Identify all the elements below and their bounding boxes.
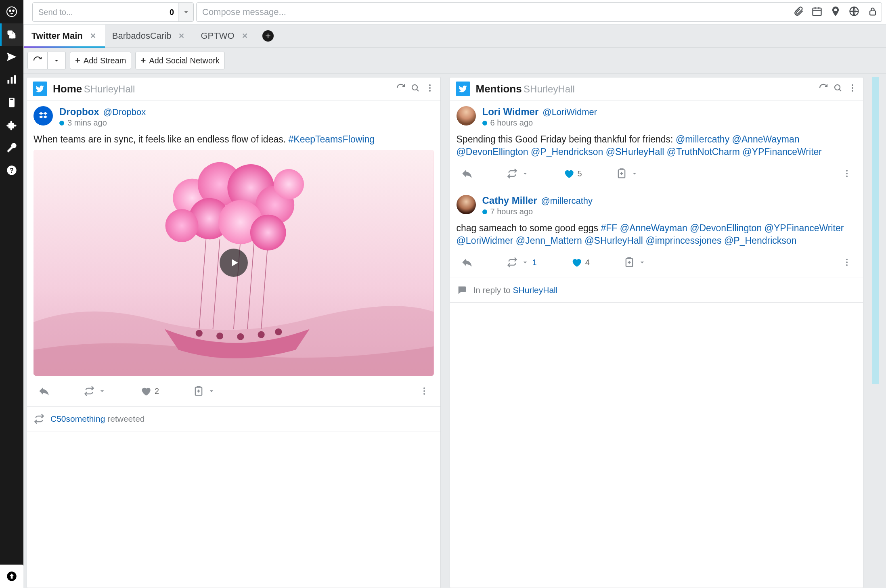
hashtag-link[interactable]: #FF [601,223,618,233]
mention-link[interactable]: @SHurleyHall [584,235,643,246]
retweet-count: 1 [532,258,537,267]
attach-icon[interactable] [793,6,804,19]
like-button[interactable]: 4 [568,255,592,270]
stream-refresh-icon[interactable] [396,83,406,94]
compose-message-input[interactable] [202,7,793,17]
tab-close-icon[interactable]: ✕ [240,31,249,41]
mention-link[interactable]: @AnneWayman [732,134,800,144]
svg-point-48 [846,173,848,174]
mention-link[interactable]: @imprincessjones [645,235,721,246]
stream-title: Home [53,83,82,95]
sidebar-item-streams[interactable] [0,23,23,46]
retweet-button[interactable]: 1 [504,255,539,270]
reply-button[interactable] [459,255,475,270]
like-button[interactable]: 5 [561,166,584,181]
post-author-handle[interactable]: @Dropbox [103,107,146,117]
add-tab-button[interactable] [262,30,274,42]
mention-link[interactable]: @YPFinanceWriter [742,146,822,157]
post-author-name[interactable]: Cathy Miller [482,195,537,206]
send-to-dropdown[interactable] [178,3,193,21]
post-card: Dropbox @Dropbox 3 mins ago When teams [27,100,440,407]
svg-rect-4 [10,34,16,39]
tabs-row: Twitter Main ✕ BarbadosCarib ✕ GPTWO ✕ [23,25,886,47]
svg-rect-6 [11,77,13,84]
svg-point-47 [846,170,848,172]
retweet-meta-row: C50something retweeted [27,407,440,431]
unread-indicator [482,209,487,214]
mention-link[interactable]: @millercathy [676,134,729,144]
send-to-field[interactable]: 0 [32,2,194,22]
mention-link[interactable]: @P_Hendrickson [724,235,796,246]
mention-link[interactable]: @YPFinanceWriter [765,223,844,233]
mention-link[interactable]: @SHurleyHall [606,146,664,157]
sidebar-item-help[interactable]: ? [0,159,23,182]
svg-point-17 [429,90,431,92]
globe-icon[interactable] [848,6,860,19]
svg-point-44 [852,87,853,89]
refresh-dropdown[interactable] [48,52,66,69]
sidebar-item-analytics[interactable] [0,69,23,91]
tab-close-icon[interactable]: ✕ [88,31,98,41]
avatar[interactable] [457,106,476,126]
svg-point-41 [423,393,425,395]
retweet-button[interactable] [81,384,109,398]
reply-button[interactable] [459,166,475,181]
tab-gptwo[interactable]: GPTWO ✕ [193,25,256,47]
schedule-icon[interactable] [811,6,823,19]
like-button[interactable]: 2 [138,384,161,398]
stream-more-icon[interactable] [425,83,435,94]
next-stream-edge [872,77,879,588]
retweet-button[interactable] [504,166,532,181]
mention-link[interactable]: @DevonEllington [457,146,528,157]
mention-link[interactable]: @DevonEllington [690,223,762,233]
add-social-network-button[interactable]: +Add Social Network [135,52,224,69]
sidebar-upgrade-button[interactable] [0,565,23,588]
unread-indicator [59,121,64,126]
assign-button[interactable] [614,166,641,181]
hashtag-link[interactable]: #KeepTeamsFlowing [289,134,375,144]
post-more-icon[interactable] [840,256,854,269]
assign-button[interactable] [621,255,649,270]
stream-more-icon[interactable] [848,83,857,94]
mention-link[interactable]: @P_Hendrickson [531,146,603,157]
sidebar-item-apps[interactable] [0,114,23,136]
stream-toolbar: +Add Stream +Add Social Network [23,47,886,74]
post-author-handle[interactable]: @millercathy [541,196,593,206]
tab-twitter-main[interactable]: Twitter Main ✕ [24,25,105,47]
compose-message-field[interactable] [196,2,882,22]
post-more-icon[interactable] [840,167,854,180]
post-media-video[interactable] [34,150,434,376]
avatar[interactable] [457,195,476,214]
sidebar-item-publisher[interactable] [0,46,23,69]
svg-point-28 [275,329,282,335]
mention-link[interactable]: @TruthNotCharm [667,146,740,157]
play-button[interactable] [220,249,248,277]
sidebar-item-assignments[interactable] [0,91,23,114]
location-icon[interactable] [830,6,841,19]
privacy-icon[interactable] [867,6,878,19]
tab-close-icon[interactable]: ✕ [177,31,186,41]
stream-search-icon[interactable] [833,83,843,94]
mention-link[interactable]: @LoriWidmer [457,235,513,246]
post-author-name[interactable]: Dropbox [59,106,99,117]
post-author-handle[interactable]: @LoriWidmer [542,107,597,117]
mention-link[interactable]: @Jenn_Mattern [516,235,582,246]
retweet-user-link[interactable]: C50something [50,414,105,423]
svg-point-24 [196,330,203,337]
refresh-all-button[interactable] [27,52,48,69]
reply-user-link[interactable]: SHurleyHall [513,285,558,295]
send-to-input[interactable] [33,8,165,17]
reply-button[interactable] [36,384,52,398]
post-more-icon[interactable] [417,385,431,398]
stream-refresh-icon[interactable] [819,83,828,94]
avatar[interactable] [34,106,53,126]
assign-button[interactable] [191,384,218,398]
stream-search-icon[interactable] [411,83,420,94]
svg-point-0 [7,7,17,17]
add-stream-button[interactable]: +Add Stream [70,52,131,69]
sidebar-item-tools[interactable] [0,136,23,159]
post-author-name[interactable]: Lori Widmer [482,106,539,117]
mention-link[interactable]: @AnneWayman [620,223,687,233]
stream-mentions: Mentions SHurleyHall [450,77,864,588]
tab-barbadoscarib[interactable]: BarbadosCarib ✕ [105,25,194,47]
